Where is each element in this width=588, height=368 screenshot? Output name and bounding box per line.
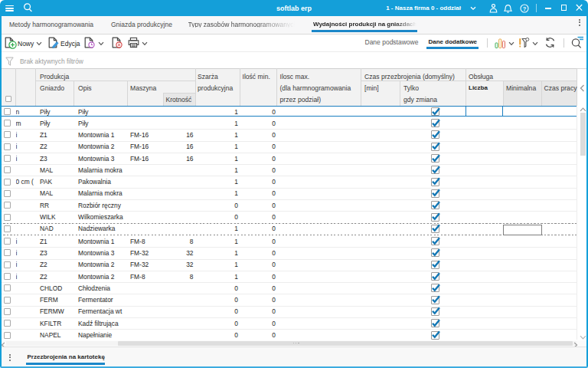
svg-text:?: ? [523,5,527,12]
